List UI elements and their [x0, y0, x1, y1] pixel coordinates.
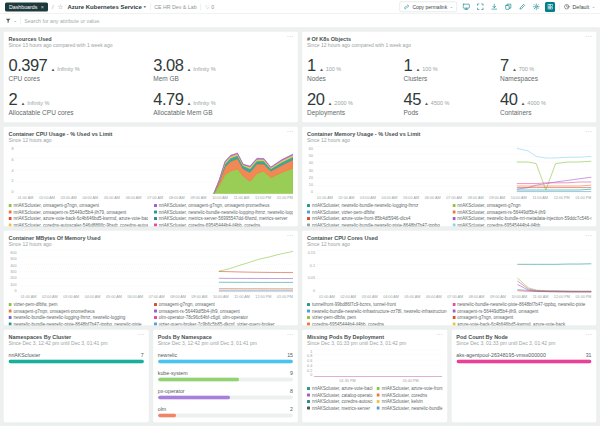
legend-item[interactable]: nriAKScluster, coredns-autoscaler	[307, 399, 373, 404]
legend-item[interactable]: azure-vote-back-6c4b646bd5-kwrmd, azure-…	[452, 322, 591, 327]
legend-item[interactable]: nriAKScluster, omsagent-g7ngn, omsagent	[9, 203, 148, 208]
bar-row[interactable]: olm2	[158, 406, 293, 418]
dashboard-title-dropdown[interactable]: Azure Kubernetes Service ▾	[67, 3, 145, 10]
filter-button[interactable]: ⌄	[5, 18, 17, 25]
panel-menu-icon[interactable]: ⋯	[137, 331, 144, 339]
legend-item[interactable]: vizier-pem-dfbfw, pem	[307, 315, 446, 320]
grid-view-button[interactable]	[545, 2, 555, 12]
legend-item[interactable]: nriAKScluster, newrelic-bundle-newrelic-…	[307, 223, 446, 228]
chevron-down-icon: ⌄	[450, 5, 453, 10]
delta-up-icon: ▲	[319, 67, 323, 72]
legend-item[interactable]: vizier-query-broker-7c9b6c5b85-dkcnf, vi…	[154, 322, 293, 327]
legend-swatch	[9, 303, 12, 306]
legend-item[interactable]: nriAKScluster, vizier-pem-dfbfw	[307, 210, 446, 215]
legend-swatch	[9, 224, 12, 227]
delta-up-icon: ▲	[21, 101, 25, 106]
panel-menu-icon[interactable]: ⋯	[287, 331, 294, 339]
delta-up-icon: ▲	[521, 101, 525, 106]
favorite-count[interactable]: ♡ 0	[205, 4, 214, 10]
legend-item[interactable]: nriAKScluster, newrelic-bundle-newrelic-…	[377, 406, 443, 411]
export-button[interactable]	[489, 2, 499, 12]
legend-item[interactable]: omsagent-g7ngn, omsagent	[154, 302, 293, 307]
copy-permalink-button[interactable]: Copy permalink ⌄	[399, 2, 457, 13]
panel-menu-icon[interactable]: ⋯	[287, 128, 294, 136]
search-input[interactable]	[23, 17, 595, 24]
bar-fill	[158, 360, 293, 364]
legend-item[interactable]: omsagent-g7ngn, omsagent	[452, 315, 591, 320]
panel-menu-icon[interactable]: ⋯	[585, 33, 592, 41]
panel-menu-icon[interactable]: ⋯	[585, 128, 592, 136]
settings-button[interactable]	[531, 2, 541, 12]
metric-value-row: 0.397▲Infinity %	[9, 57, 149, 74]
y-axis: 6050403020100	[307, 146, 315, 194]
legend-item[interactable]: nriAKScluster, omsagent-g7ngn	[452, 203, 591, 208]
legend-item[interactable]: olm-operator-78c96c64bf-c6gtl, olm-opera…	[154, 315, 293, 320]
bar-row[interactable]: nriAKScluster7	[9, 352, 144, 364]
tv-mode-button[interactable]	[461, 2, 471, 12]
legend-item[interactable]: nriAKScluster, azure-vote-front	[377, 386, 443, 391]
legend-label: nriAKScluster, metrics-server	[312, 406, 370, 411]
y-axis-tick: 400	[10, 263, 16, 268]
legend-item[interactable]: coredns-69545444b4-jl4bb, coredns	[307, 322, 446, 327]
panel-subtitle: Since 12 hours ago	[9, 242, 294, 248]
legend-item[interactable]: nriAKScluster, metrics-server	[307, 406, 373, 411]
close-icon[interactable]: ×	[41, 4, 44, 10]
dashboards-tab[interactable]: Dashboards ×	[5, 2, 48, 11]
legend-item[interactable]: nriAKScluster, coredns	[377, 393, 443, 398]
legend-item[interactable]: nriAKScluster, metrics-server-56995547dd…	[154, 216, 293, 221]
legend-item[interactable]: nriAKScluster, kelvin	[377, 399, 443, 404]
legend-item[interactable]: nriAKScluster, azure-vote-back	[307, 386, 373, 391]
legend-item[interactable]: omsagent-rs-56449df5b4-jlh9, omsagent	[154, 309, 293, 314]
legend-item[interactable]: omsagent-g7ngn, omsagent-prometheus	[9, 309, 148, 314]
edit-button[interactable]	[517, 2, 527, 12]
bar-row[interactable]: kube-system9	[158, 370, 293, 382]
y-axis-tick: 50	[309, 153, 313, 158]
legend-item[interactable]: nriAKScluster, coredns-69545444b4-jl4bb	[452, 223, 591, 228]
metric-value-row: 45▲4500 %	[404, 91, 496, 108]
x-axis-tick: 04:00 AM	[82, 195, 98, 200]
legend-item[interactable]: omsagent-rs-56449df5b4-jlh9, omsagent	[452, 309, 591, 314]
panel-menu-icon[interactable]: ⋯	[287, 33, 294, 41]
panel-menu-icon[interactable]: ⋯	[436, 331, 443, 339]
billboard-metric: 45▲4500 %Pods	[404, 91, 496, 117]
x-axis-tick: 11:00 AM	[532, 195, 548, 200]
time-picker[interactable]: Default ⌄	[564, 4, 595, 11]
legend-item[interactable]: nriAKScluster, coredns-69545444b4-jl4bb,…	[154, 223, 293, 228]
billboard-metric: 40▲4000 %Containers	[500, 91, 592, 117]
legend-item[interactable]: newrelic-bundle-newrelic-infrastructure-…	[307, 309, 446, 314]
legend-item[interactable]: nriAKScluster, omsagent-rs-56449df5b4-jl…	[452, 210, 591, 215]
legend-label: nriAKScluster, omsagent-g7ngn, omsagent-…	[159, 203, 270, 208]
bar-row[interactable]: px-operator8	[158, 388, 293, 400]
favorite-star-icon[interactable]: ☆	[58, 3, 64, 11]
x-axis-tick: 04:00 AM	[85, 294, 101, 299]
legend-item[interactable]: tunnelfront-99bd86f7c9-bcnrs, tunnel-fro…	[307, 302, 446, 307]
bar-value: 7	[141, 352, 144, 358]
legend-item[interactable]: nriAKScluster, azure-vote-front-85b4df59…	[307, 216, 446, 221]
legend-item[interactable]: nriAKScluster, newrelic-bundle-newrelic-…	[154, 210, 293, 215]
legend-item[interactable]: nriAKScluster, newrelic-bundle-newrelic-…	[307, 203, 446, 208]
duplicate-button[interactable]	[503, 2, 513, 12]
panel-menu-icon[interactable]: ⋯	[287, 232, 294, 240]
legend-item[interactable]: nriAKScluster, newrelic-bundle-nri-metad…	[452, 216, 591, 221]
legend-item[interactable]: nriAKScluster, omsagent-rs-55449cf5b4-jl…	[9, 210, 148, 215]
metric-label: Containers	[500, 109, 592, 117]
legend-item[interactable]: nriAKScluster, coredns-autoscaler-546d88…	[9, 223, 148, 228]
bar-fill	[9, 360, 144, 364]
legend-item[interactable]: newrelic-bundle-newrelic-logging-lhrnz, …	[9, 315, 148, 320]
legend-swatch	[307, 224, 310, 227]
bar-row[interactable]: aks-agentpool-26348195-vmss00000031	[456, 352, 591, 364]
panel-menu-icon[interactable]: ⋯	[585, 232, 592, 240]
legend-item[interactable]: nriAKScluster, azure-vote-back-6c4b646bd…	[9, 216, 148, 221]
legend-item[interactable]: vizier-pem-dfbfw, pem	[9, 302, 148, 307]
y-axis-tick: 0.05	[308, 276, 315, 281]
legend-item[interactable]: nriAKScluster, omsagent-g7ngn, omsagent-…	[154, 203, 293, 208]
panel-container-cpu-usage: ⋯ Container CPU Usage - % Used vs Limit …	[3, 126, 299, 227]
legend-item[interactable]: newrelic-bundle-newrelic-pixie-8648bf7b4…	[452, 302, 591, 307]
delta-up-icon: ▲	[187, 101, 191, 106]
bar-row[interactable]: newrelic15	[158, 352, 293, 364]
y-axis-tick: 300	[10, 269, 16, 274]
expand-button[interactable]	[475, 2, 485, 12]
legend-item[interactable]: nriAKScluster, catalog-operator	[307, 393, 373, 398]
panel-menu-icon[interactable]: ⋯	[585, 331, 592, 339]
legend-item[interactable]: newrelic-bundle-newrelic-pixie-8648bf7b4…	[9, 322, 148, 327]
